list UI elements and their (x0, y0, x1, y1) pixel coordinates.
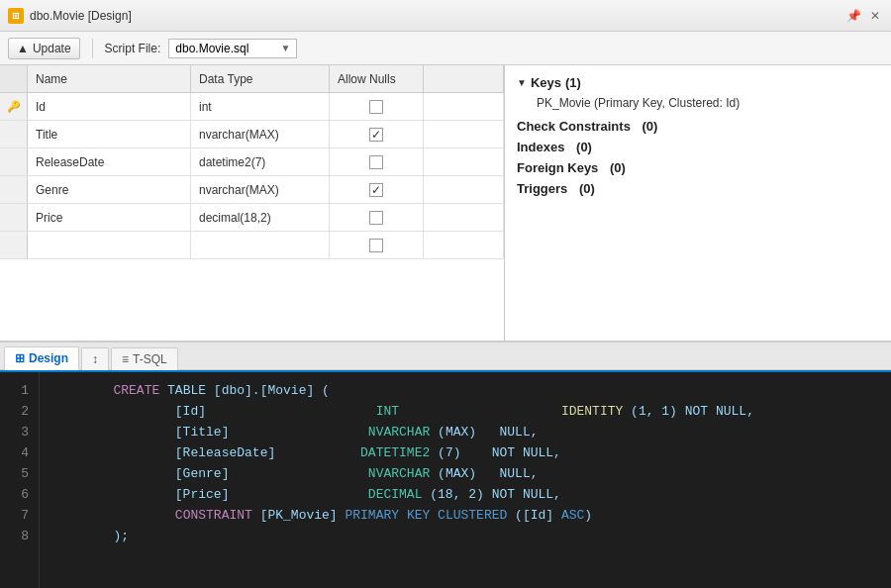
table-row[interactable]: ReleaseDate datetime2(7) (0, 148, 504, 176)
cell-extra (424, 148, 504, 175)
designer-panel: Name Data Type Allow Nulls (0, 65, 505, 341)
table-row[interactable]: Title nvarchar(MAX) ✓ (0, 121, 504, 148)
tab-sort[interactable]: ↕ (81, 347, 109, 370)
code-line-4: [ReleaseDate] DATETIME2 (7) NOT NULL, (51, 442, 879, 463)
cell-extra (424, 93, 504, 120)
header-type: Data Type (191, 65, 330, 92)
update-arrow-icon: ▲ (17, 42, 29, 55)
title-bar-title: dbo.Movie [Design] (30, 9, 840, 23)
script-file-value: dbo.Movie.sql (175, 42, 278, 55)
line-num-8: 8 (0, 526, 29, 546)
cell-type (191, 232, 330, 258)
code-panel: 1 2 3 4 5 6 7 8 CREATE TABLE [dbo].[Movi… (0, 370, 891, 588)
code-span (51, 383, 113, 398)
cell-name: Title (28, 121, 191, 147)
foreign-keys-header: Foreign Keys (0) (517, 160, 879, 175)
row-indicator (0, 232, 28, 258)
row-indicator (0, 176, 28, 203)
update-button[interactable]: ▲ Update (8, 38, 80, 59)
cell-null (330, 93, 424, 120)
cell-name: Id (28, 93, 191, 120)
grid-header: Name Data Type Allow Nulls (0, 65, 504, 93)
null-checkbox[interactable]: ✓ (369, 128, 383, 142)
code-span: [Price] (51, 487, 368, 502)
triggers-header: Triggers (0) (517, 181, 879, 196)
tab-tsql[interactable]: ≡ T-SQL (111, 347, 178, 370)
code-span: [Genre] (51, 466, 368, 481)
keys-header: ▼ Keys (1) (517, 75, 879, 90)
cell-name: ReleaseDate (28, 148, 191, 175)
cell-null: ✓ (330, 176, 424, 203)
code-type: INT (376, 404, 399, 419)
row-indicator (0, 121, 28, 147)
select-arrow-icon: ▼ (280, 43, 290, 53)
check-constraints-section: Check Constraints (0) (517, 119, 879, 134)
table-row[interactable] (0, 232, 504, 259)
table-row[interactable]: Price decimal(18,2) (0, 204, 504, 232)
cell-null (330, 148, 424, 175)
toolbar-separator (92, 39, 93, 58)
tsql-tab-label: T-SQL (133, 352, 167, 366)
properties-panel: ▼ Keys (1) PK_Movie (Primary Key, Cluste… (505, 65, 891, 341)
null-checkbox[interactable] (369, 211, 383, 225)
keys-arrow-icon: ▼ (517, 77, 527, 88)
code-span: [ReleaseDate] (51, 445, 360, 460)
create-keyword: CREATE (113, 383, 159, 398)
cc-label: Check Constraints (517, 119, 631, 134)
code-type: NVARCHAR (368, 466, 430, 481)
code-span: TABLE [dbo].[Movie] ( (159, 383, 330, 398)
keys-section: ▼ Keys (1) PK_Movie (Primary Key, Cluste… (517, 75, 879, 113)
cell-type: decimal(18,2) (191, 204, 330, 231)
upper-area: Name Data Type Allow Nulls (0, 65, 891, 341)
cell-extra (424, 176, 504, 203)
check-constraints-header: Check Constraints (0) (517, 119, 879, 134)
trg-count: (0) (579, 181, 595, 196)
cell-type: nvarchar(MAX) (191, 176, 330, 203)
cell-null: ✓ (330, 121, 424, 147)
code-keyword: ASC (561, 508, 584, 523)
close-button[interactable]: ✕ (867, 8, 883, 24)
foreign-keys-section: Foreign Keys (0) (517, 160, 879, 175)
null-checkbox[interactable] (369, 155, 383, 169)
pin-button[interactable]: 📌 (845, 8, 861, 24)
grid-body: 🔑 Id int (0, 93, 504, 341)
script-file-select[interactable]: dbo.Movie.sql ▼ (168, 39, 297, 58)
code-line-6: [Price] DECIMAL (18, 2) NOT NULL, (51, 484, 879, 505)
code-span: (MAX) NULL, (430, 466, 538, 481)
indexes-header: Indexes (0) (517, 140, 879, 154)
cell-name: Price (28, 204, 191, 231)
code-span: (MAX) NULL, (430, 425, 538, 440)
line-num-5: 5 (0, 463, 29, 484)
cell-type: int (191, 93, 330, 120)
constraint-keyword: CONSTRAINT (175, 508, 252, 523)
tab-design[interactable]: ⊞ Design (4, 346, 79, 370)
table-row[interactable]: Genre nvarchar(MAX) ✓ (0, 176, 504, 204)
idx-label: Indexes (517, 140, 564, 154)
code-span: (18, 2) NOT NULL, (422, 487, 560, 502)
code-line-2: [Id] INT IDENTITY (1, 1) NOT NULL, (51, 401, 879, 422)
update-label: Update (33, 42, 71, 55)
code-span: (1, 1) NOT NULL, (623, 404, 754, 419)
code-type: DECIMAL (368, 487, 423, 502)
cell-null (330, 204, 424, 231)
line-numbers: 1 2 3 4 5 6 7 8 (0, 372, 40, 588)
header-indicator (0, 65, 28, 92)
code-line-5: [Genre] NVARCHAR (MAX) NULL, (51, 463, 879, 484)
pk-entry: PK_Movie (Primary Key, Clustered: Id) (517, 94, 879, 113)
line-num-2: 2 (0, 401, 29, 422)
cell-type: nvarchar(MAX) (191, 121, 330, 147)
table-row[interactable]: 🔑 Id int (0, 93, 504, 121)
tsql-tab-icon: ≡ (122, 352, 129, 366)
line-num-3: 3 (0, 422, 29, 442)
code-span: [PK_Movie] (252, 508, 346, 523)
null-checkbox[interactable]: ✓ (369, 183, 383, 197)
grid-wrapper: Name Data Type Allow Nulls (0, 65, 504, 341)
pk-entry-text: PK_Movie (Primary Key, Clustered: Id) (537, 96, 740, 110)
cell-name: Genre (28, 176, 191, 203)
null-checkbox[interactable] (369, 239, 383, 252)
cc-count: (0) (643, 119, 658, 134)
lower-area: ⊞ Design ↕ ≡ T-SQL 1 2 3 4 5 (0, 341, 891, 588)
code-span: [Id] (51, 404, 376, 419)
null-checkbox[interactable] (369, 100, 383, 114)
line-num-7: 7 (0, 505, 29, 526)
